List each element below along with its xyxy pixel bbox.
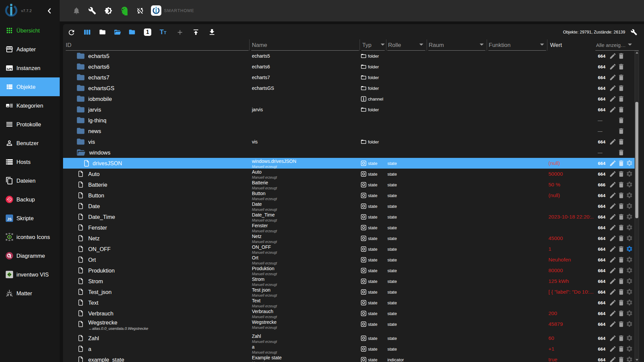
svg-text:JS: JS (7, 217, 11, 221)
